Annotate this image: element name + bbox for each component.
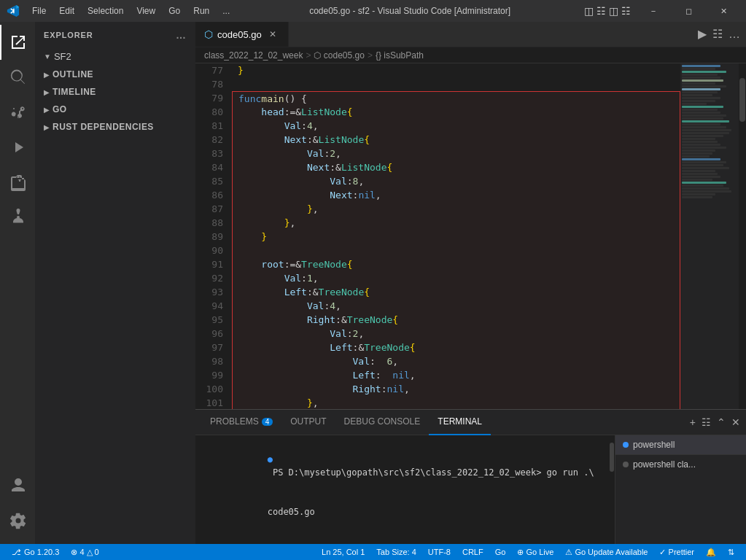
activity-testing[interactable] (0, 200, 35, 235)
code-editor: 77 78 79 80 81 82 83 84 85 86 87 88 89 9… (195, 63, 746, 409)
code-content[interactable]: } func main() { head := &ListNode{ Val: … (232, 63, 680, 409)
line-num-82: 82 (195, 133, 232, 147)
sidebar-item-timeline[interactable]: ▶ TIMELINE (35, 85, 195, 99)
sidebar-item-sf2[interactable]: ▼ SF2 (35, 49, 195, 64)
panel-tab-output[interactable]: OUTPUT (281, 410, 335, 435)
new-terminal-icon[interactable]: + (690, 416, 696, 428)
run-icon[interactable]: ▶ (698, 27, 707, 41)
status-go-update[interactable]: ⚠ Go Update Available (559, 544, 653, 560)
editor-scrollbar-thumb[interactable] (739, 78, 745, 122)
sidebar-timeline-label: TIMELINE (53, 87, 96, 97)
chevron-right-icon-4: ▶ (44, 123, 50, 131)
sidebar-item-outline[interactable]: ▶ OUTLINE (35, 67, 195, 82)
activity-accounts[interactable] (0, 468, 35, 503)
menu-view[interactable]: View (131, 4, 161, 18)
split-terminal-icon[interactable]: ☷ (702, 416, 711, 428)
menu-bar: File Edit Selection View Go Run ... (26, 4, 236, 18)
sidebar-item-go[interactable]: ▶ GO (35, 102, 195, 117)
code-line-101: }, (232, 396, 680, 409)
sidebar-header: EXPLORER … (35, 22, 195, 47)
editor-layout-icon[interactable]: ☷ (597, 5, 606, 17)
sidebar-toggle-icon[interactable]: ◫ (584, 5, 594, 17)
code-line-99: Left: nil, (232, 368, 680, 382)
status-tab-size[interactable]: Tab Size: 4 (370, 544, 421, 560)
sidebar-item-rust[interactable]: ▶ RUST DEPENDENCIES (35, 120, 195, 134)
status-prettier[interactable]: ✓ Prettier (653, 544, 700, 560)
panel-tab-debug[interactable]: DEBUG CONSOLE (335, 410, 430, 435)
menu-edit[interactable]: Edit (53, 4, 80, 18)
chevron-right-icon: ▶ (44, 71, 50, 79)
code-line-98: Val: 6, (232, 354, 680, 368)
panel-tab-problems[interactable]: PROBLEMS 4 (201, 410, 281, 435)
close-panel-icon[interactable]: ✕ (731, 416, 740, 428)
status-feedback[interactable]: ⇅ (722, 544, 740, 560)
breadcrumb-file[interactable]: ⬡ code05.go (314, 50, 364, 61)
sidebar-section-rust: ▶ RUST DEPENDENCIES (35, 118, 195, 136)
minimize-button[interactable]: − (637, 0, 670, 22)
editor-scrollbar[interactable] (739, 63, 746, 409)
status-go-version[interactable]: ⎇ Go 1.20.3 (6, 544, 65, 560)
status-go-live[interactable]: ⊕ Go Live (511, 544, 559, 560)
new-file-icon[interactable]: … (176, 29, 187, 41)
status-errors-text: ⊗ 4 △ 0 (71, 548, 98, 557)
maximize-panel-icon[interactable]: ⌃ (717, 416, 726, 428)
code-line-78 (232, 77, 680, 91)
sidebar-section-timeline: ▶ TIMELINE (35, 83, 195, 101)
panel-side-powershell-2[interactable]: powershell cla... (615, 455, 746, 474)
status-eol-text: CRLF (462, 548, 483, 556)
status-prettier-text: ✓ Prettier (659, 548, 694, 557)
status-position[interactable]: Ln 25, Col 1 (316, 544, 370, 560)
tab-close-code05[interactable]: ✕ (266, 28, 279, 41)
panel-toggle-icon[interactable]: ◫ (609, 5, 618, 17)
activity-source-control[interactable] (0, 95, 35, 130)
minimap[interactable] (680, 63, 739, 409)
menu-run[interactable]: Run (187, 4, 215, 18)
panel-tab-terminal[interactable]: TERMINAL (429, 410, 491, 435)
status-tab-text: Tab Size: 4 (376, 548, 416, 556)
sidebar-section-go: ▶ GO (35, 101, 195, 118)
terminal-area[interactable]: ● PS D:\mysetup\gopath\src\sf2\class_202… (195, 435, 609, 544)
status-encoding[interactable]: UTF-8 (422, 544, 456, 560)
close-button[interactable]: ✕ (707, 0, 740, 22)
activity-settings[interactable] (0, 503, 35, 538)
status-language[interactable]: Go (489, 544, 512, 560)
panel-scrollbar-thumb[interactable] (610, 443, 614, 472)
panel-problems-badge: 4 (262, 418, 273, 426)
breadcrumb-class[interactable]: class_2022_12_02_week (204, 50, 303, 61)
panel-side-powershell[interactable]: powershell (615, 435, 746, 454)
activity-bar-icon[interactable]: ☷ (621, 5, 631, 17)
status-bar: ⎇ Go 1.20.3 ⊗ 4 △ 0 Ln 25, Col 1 Tab Siz… (0, 544, 746, 560)
menu-more[interactable]: ... (217, 4, 236, 18)
line-num-89: 89 (195, 230, 232, 244)
sidebar-section-outline: ▶ OUTLINE (35, 66, 195, 83)
menu-selection[interactable]: Selection (82, 4, 129, 18)
titlebar: File Edit Selection View Go Run ... code… (0, 0, 746, 22)
line-num-86: 86 (195, 188, 232, 202)
activity-run[interactable] (0, 130, 35, 165)
status-encoding-text: UTF-8 (428, 548, 451, 556)
code-line-79: func main() { (232, 91, 680, 105)
panel-scrollbar[interactable] (609, 435, 615, 544)
status-errors[interactable]: ⊗ 4 △ 0 (65, 544, 104, 560)
breadcrumb-symbol[interactable]: {} isSubPath (376, 50, 424, 61)
menu-file[interactable]: File (26, 4, 52, 18)
split-editor-icon[interactable]: ☷ (712, 27, 723, 41)
more-actions-icon[interactable]: … (728, 28, 740, 41)
status-eol[interactable]: CRLF (456, 544, 489, 560)
activity-bottom (0, 468, 35, 544)
breadcrumb-sep-2: > (368, 50, 373, 61)
activity-extensions[interactable] (0, 165, 35, 200)
status-go-text: Go 1.20.3 (24, 548, 59, 556)
panel-content: ● PS D:\mysetup\gopath\src\sf2\class_202… (195, 435, 746, 544)
activity-explorer[interactable] (0, 25, 35, 60)
status-notifications[interactable]: 🔔 (700, 544, 722, 560)
maximize-button[interactable]: ◻ (672, 0, 705, 22)
tab-code05[interactable]: ⬡ code05.go ✕ (195, 22, 289, 47)
menu-go[interactable]: Go (163, 4, 186, 18)
line-numbers: 77 78 79 80 81 82 83 84 85 86 87 88 89 9… (195, 63, 232, 409)
breadcrumb: class_2022_12_02_week > ⬡ code05.go > {}… (195, 47, 746, 63)
activity-search[interactable] (0, 60, 35, 95)
line-num-97: 97 (195, 341, 232, 354)
git-branch-icon: ⎇ (12, 548, 21, 557)
sidebar-go-label: GO (53, 104, 67, 114)
